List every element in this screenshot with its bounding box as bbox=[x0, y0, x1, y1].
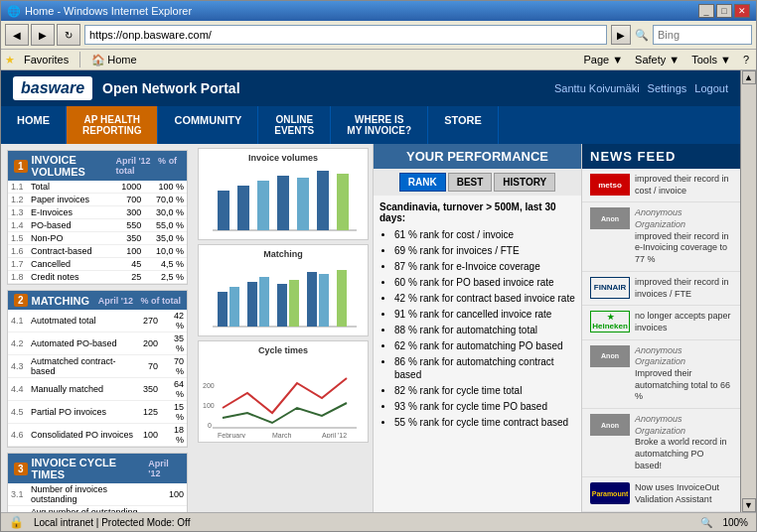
favorites-label: Favorites bbox=[24, 54, 69, 66]
table-row: 4.5Partial PO invoices12515 % bbox=[8, 401, 187, 424]
rank-tab-best[interactable]: BEST bbox=[448, 173, 493, 192]
table-row: 1.6Contract-based10010,0 % bbox=[8, 245, 187, 258]
safety-menu-button[interactable]: Safety ▼ bbox=[632, 53, 682, 66]
news-feed-header: NEWS FEED bbox=[582, 144, 740, 169]
invoice-volumes-svg: Feb Mar Apr bbox=[203, 166, 362, 235]
news-item: ★ Heinekenno longer accepts paper invoic… bbox=[582, 306, 740, 339]
news-text: improved their record in invoices / FTE bbox=[635, 277, 732, 300]
svg-rect-7 bbox=[337, 174, 349, 230]
invoice-volumes-chart: Invoice volumes Feb Mar A bbox=[198, 148, 369, 240]
matching-table: 4.1Autotmated total27042 %4.2Automated P… bbox=[8, 310, 187, 447]
home-button[interactable]: 🏠 Home bbox=[88, 53, 139, 67]
svg-rect-20 bbox=[337, 270, 347, 327]
list-item: 62 % rank for automatching PO based bbox=[394, 339, 575, 352]
svg-rect-2 bbox=[237, 186, 249, 230]
table-row: 1.8Credit notes252,5 % bbox=[8, 271, 187, 284]
performance-subtitle: Scandinavia, turnover > 500M, last 30 da… bbox=[379, 201, 575, 223]
svg-rect-19 bbox=[319, 274, 329, 327]
svg-rect-13 bbox=[229, 287, 239, 327]
tools-menu-label: Tools ▼ bbox=[691, 54, 731, 66]
list-item: 69 % rank for invoices / FTE bbox=[394, 244, 575, 257]
nav-online-events[interactable]: ONLINE EVENTS bbox=[258, 106, 331, 144]
nav-where-is-invoice[interactable]: WHERE IS MY INVOICE? bbox=[331, 106, 428, 144]
rank-tab-rank[interactable]: RANK bbox=[399, 173, 446, 192]
invoice-cycle-header: 3 INVOICE CYCLE TIMES April '12 bbox=[8, 454, 187, 483]
back-button[interactable]: ◀ bbox=[5, 24, 29, 46]
charts-panel: Invoice volumes Feb Mar A bbox=[194, 144, 373, 512]
portal-title: Open Network Portal bbox=[102, 80, 239, 96]
news-logo-anon: Anon bbox=[590, 207, 630, 229]
table-row: 4.6Consolidated PO invoices10018 % bbox=[8, 424, 187, 447]
svg-text:Apr: Apr bbox=[297, 234, 309, 235]
news-item: FINNAIRimproved their record in invoices… bbox=[582, 272, 740, 306]
page-area: basware Open Network Portal Santtu Koivu… bbox=[1, 70, 756, 512]
table-row: 3.1Number of invoices outstanding100 bbox=[8, 483, 187, 506]
svg-rect-12 bbox=[218, 292, 227, 327]
list-item: 60 % rank for PO based invoice rate bbox=[394, 276, 575, 289]
title-bar: 🌐 Home - Windows Internet Explorer _ □ ✕ bbox=[1, 1, 756, 21]
page-menu-label: Page ▼ bbox=[583, 54, 623, 66]
news-text: Anonymous Organizationimproved their rec… bbox=[635, 207, 732, 265]
news-text: Anonymous OrganizationBroke a world reco… bbox=[635, 414, 732, 471]
table-row: 1.3E-Invoices30030,0 % bbox=[8, 206, 187, 219]
nav-community[interactable]: COMMUNITY bbox=[158, 106, 258, 144]
svg-rect-15 bbox=[259, 277, 269, 327]
svg-text:Mar: Mar bbox=[257, 234, 270, 235]
invoice-volumes-section: 1 INVOICE VOLUMES April '12 % of total 1… bbox=[7, 150, 188, 285]
news-logo-heineken: ★ Heineken bbox=[590, 311, 630, 332]
svg-rect-6 bbox=[317, 171, 329, 230]
news-logo-metso: metso bbox=[590, 174, 630, 196]
invoice-volumes-chart-title: Invoice volumes bbox=[203, 153, 364, 163]
table-row: 4.3Autmatched contract-based7070 % bbox=[8, 355, 187, 378]
tools-menu-button[interactable]: Tools ▼ bbox=[688, 53, 734, 66]
news-item: ParamountNow uses InvoiceOut Validation … bbox=[582, 477, 740, 511]
browser-icon: 🌐 bbox=[7, 5, 21, 18]
rank-tab-history[interactable]: HISTORY bbox=[494, 173, 555, 192]
list-item: 91 % rank for cancelled invoice rate bbox=[394, 308, 575, 321]
scrollbar[interactable]: ▲ ▼ bbox=[740, 70, 756, 512]
search-field[interactable] bbox=[653, 25, 752, 45]
maximize-button[interactable]: □ bbox=[716, 4, 732, 18]
url-field[interactable] bbox=[84, 25, 607, 45]
nav-store[interactable]: STORE bbox=[428, 106, 499, 144]
svg-rect-14 bbox=[247, 282, 257, 327]
svg-text:Feb: Feb bbox=[223, 234, 234, 235]
invoice-cycle-section: 3 INVOICE CYCLE TIMES April '12 3.1Numbe… bbox=[7, 453, 188, 512]
scroll-down-button[interactable]: ▼ bbox=[742, 498, 756, 512]
close-button[interactable]: ✕ bbox=[734, 4, 750, 18]
refresh-button[interactable]: ↻ bbox=[57, 24, 80, 46]
invoice-volumes-table: 1.1Total1000100 %1.2Paper invoices70070,… bbox=[8, 181, 187, 284]
favorites-button[interactable]: Favorites bbox=[21, 53, 72, 66]
table-row: 4.1Autotmated total27042 % bbox=[8, 310, 187, 332]
page-menu-button[interactable]: Page ▼ bbox=[580, 53, 626, 66]
news-item: metsoimproved their record in cost / inv… bbox=[582, 169, 740, 202]
zone-text: Local intranet | Protected Mode: Off bbox=[34, 517, 191, 528]
forward-button[interactable]: ▶ bbox=[31, 24, 55, 46]
home-label: Home bbox=[107, 54, 136, 66]
list-item: 42 % rank for contract based invoice rat… bbox=[394, 292, 575, 305]
nav-buttons: ◀ ▶ ↻ bbox=[5, 24, 80, 46]
performance-title: YOUR PERFORMANCE bbox=[406, 149, 548, 164]
settings-link[interactable]: Settings bbox=[648, 82, 687, 94]
browser-window: 🌐 Home - Windows Internet Explorer _ □ ✕… bbox=[0, 0, 757, 532]
scroll-up-button[interactable]: ▲ bbox=[742, 70, 756, 84]
svg-rect-16 bbox=[277, 284, 287, 327]
table-row: 1.4PO-based55055,0 % bbox=[8, 219, 187, 232]
invoice-volumes-title: INVOICE VOLUMES bbox=[32, 154, 112, 178]
cycle-times-chart: Cycle times February March April '12 bbox=[198, 340, 369, 443]
go-button[interactable]: ▶ bbox=[611, 25, 631, 45]
minimize-button[interactable]: _ bbox=[698, 4, 714, 18]
news-feed-panel: NEWS FEED metsoimproved their record in … bbox=[581, 144, 740, 512]
help-button[interactable]: ? bbox=[740, 53, 752, 66]
cycle-times-svg: February March April '12 200 100 0 bbox=[203, 358, 362, 438]
nav-ap-health[interactable]: AP HEALTH REPORTING bbox=[67, 106, 158, 144]
nav-home[interactable]: HOME bbox=[1, 106, 67, 144]
logout-link[interactable]: Logout bbox=[694, 82, 728, 94]
main-content: basware Open Network Portal Santtu Koivu… bbox=[1, 70, 740, 512]
bing-icon: 🔍 bbox=[635, 29, 649, 42]
performance-header: YOUR PERFORMANCE bbox=[374, 144, 581, 169]
news-logo-anon: Anon bbox=[590, 345, 630, 367]
table-row: 4.2Automated PO-based20035 % bbox=[8, 332, 187, 355]
page-body: 1 INVOICE VOLUMES April '12 % of total 1… bbox=[1, 144, 740, 512]
section-2-number: 2 bbox=[14, 294, 28, 307]
